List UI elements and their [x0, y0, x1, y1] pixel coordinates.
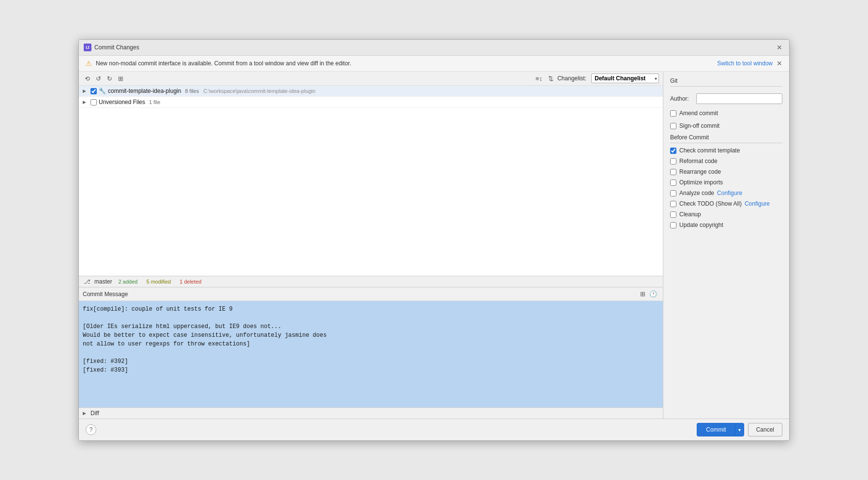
changelist-select[interactable]: Default Changelist — [591, 74, 659, 83]
check-todo-label: Check TODO (Show All) — [679, 200, 742, 207]
deleted-count: 1 deleted — [177, 278, 204, 285]
undo-button[interactable]: ↺ — [94, 74, 103, 83]
group-name-main: commit-template-idea-plugin — [108, 88, 181, 94]
cleanup-label: Cleanup — [679, 211, 701, 218]
help-button[interactable]: ? — [86, 424, 96, 435]
file-group-row-main[interactable]: ▶ 🔧 commit-template-idea-plugin 8 files … — [79, 86, 663, 96]
branch-icon: ⎇ — [84, 278, 90, 285]
reformat-code-label: Reformat code — [679, 158, 718, 165]
reformat-code-checkbox[interactable] — [670, 158, 676, 165]
commit-button-group: Commit ▾ — [697, 423, 744, 436]
notification-bar: ⚠ New non-modal commit interface is avai… — [79, 56, 789, 72]
author-label: Author: — [670, 95, 692, 102]
project-icon: 🔧 — [99, 88, 106, 94]
file-toolbar: ⟲ ↺ ↻ ⊞ ≡↕ ⇅ Changelist: Default Changel… — [79, 72, 663, 86]
move-up-button[interactable]: ⟲ — [83, 74, 92, 83]
file-list: ▶ 🔧 commit-template-idea-plugin 8 files … — [79, 86, 663, 276]
group-checkbox-unversioned[interactable] — [90, 99, 97, 105]
commit-button[interactable]: Commit — [697, 423, 734, 436]
notification-icon: ⚠ — [86, 60, 92, 67]
footer: ? Commit ▾ Cancel — [79, 419, 789, 440]
cancel-button[interactable]: Cancel — [748, 423, 782, 436]
update-copyright-checkbox[interactable] — [670, 222, 676, 228]
close-button[interactable]: ✕ — [775, 43, 784, 52]
group-meta-main: 8 files C:\workspace\java\commit-templat… — [185, 88, 315, 94]
left-panel: ⟲ ↺ ↻ ⊞ ≡↕ ⇅ Changelist: Default Changel… — [79, 72, 663, 419]
sign-off-commit-checkbox[interactable] — [670, 123, 676, 129]
diff-header: ▶ Diff — [83, 410, 659, 417]
modified-count: 5 modified — [144, 278, 173, 285]
author-row: Author: — [670, 93, 782, 104]
changelist-wrapper: Default Changelist ▾ — [591, 74, 659, 83]
refresh-button[interactable]: ↻ — [105, 74, 114, 83]
notification-close-button[interactable]: ✕ — [777, 60, 782, 67]
commit-message-label: Commit Message — [83, 291, 638, 298]
commit-dialog: IJ Commit Changes ✕ ⚠ New non-modal comm… — [78, 39, 790, 441]
file-group-unversioned: ▶ Unversioned Files 1 file — [79, 97, 663, 108]
optimize-imports-label: Optimize imports — [679, 179, 723, 186]
check-todo-row: Check TODO (Show All) Configure — [670, 200, 782, 207]
optimize-imports-row: Optimize imports — [670, 179, 782, 186]
before-commit-section: Before Commit Check commit template Refo… — [670, 134, 782, 228]
update-copyright-label: Update copyright — [679, 222, 723, 228]
rearrange-code-row: Rearrange code — [670, 168, 782, 175]
filter-button[interactable]: ⇅ — [546, 74, 555, 83]
check-todo-configure-link[interactable]: Configure — [745, 200, 770, 207]
cleanup-checkbox[interactable] — [670, 211, 676, 218]
commit-msg-history-button[interactable]: 🕐 — [647, 289, 659, 299]
rearrange-code-checkbox[interactable] — [670, 169, 676, 175]
amend-commit-row: Amend commit — [670, 110, 782, 117]
amend-commit-checkbox[interactable] — [670, 110, 676, 117]
cleanup-row: Cleanup — [670, 211, 782, 218]
optimize-imports-checkbox[interactable] — [670, 180, 676, 186]
commit-dropdown-arrow-icon: ▾ — [738, 427, 741, 433]
analyze-code-row: Analyze code Configure — [670, 190, 782, 196]
commit-msg-template-button[interactable]: ⊞ — [638, 289, 647, 299]
amend-commit-label: Amend commit — [679, 110, 718, 117]
analyze-code-label: Analyze code — [679, 190, 714, 196]
commit-message-header: Commit Message ⊞ 🕐 — [79, 287, 663, 301]
group-button[interactable]: ⊞ — [116, 74, 125, 83]
help-icon: ? — [90, 426, 93, 433]
reformat-code-row: Reformat code — [670, 158, 782, 165]
switch-to-tool-window-link[interactable]: Switch to tool window — [717, 60, 773, 67]
group-name-unversioned: Unversioned Files — [99, 99, 145, 105]
analyze-code-checkbox[interactable] — [670, 190, 676, 196]
expand-arrow-unversioned-icon: ▶ — [83, 100, 89, 105]
sign-off-commit-label: Sign-off commit — [679, 122, 719, 129]
expand-arrow-icon: ▶ — [83, 89, 89, 93]
update-copyright-row: Update copyright — [670, 222, 782, 228]
changelist-label: Changelist: — [557, 75, 586, 82]
rearrange-code-label: Rearrange code — [679, 168, 721, 175]
diff-section[interactable]: ▶ Diff — [79, 407, 663, 419]
dialog-title: Commit Changes — [94, 44, 772, 51]
group-meta-unversioned: 1 file — [149, 99, 160, 105]
check-commit-template-label: Check commit template — [679, 147, 740, 154]
author-input[interactable] — [696, 93, 782, 104]
check-commit-template-checkbox[interactable] — [670, 148, 676, 154]
title-bar: IJ Commit Changes ✕ — [79, 40, 789, 56]
group-checkbox-main[interactable] — [90, 88, 97, 94]
commit-message-section: Commit Message ⊞ 🕐 fix[compile]: couple … — [79, 287, 663, 407]
file-group-main: ▶ 🔧 commit-template-idea-plugin 8 files … — [79, 86, 663, 97]
added-count: 2 added — [116, 278, 140, 285]
main-content: ⟲ ↺ ↻ ⊞ ≡↕ ⇅ Changelist: Default Changel… — [79, 72, 789, 419]
check-commit-template-row: Check commit template — [670, 147, 782, 154]
diff-label: Diff — [90, 410, 99, 417]
sort-button[interactable]: ≡↕ — [534, 74, 544, 83]
check-todo-checkbox[interactable] — [670, 201, 676, 207]
commit-message-textarea[interactable]: fix[compile]: couple of unit tests for I… — [79, 301, 663, 407]
diff-expand-arrow-icon: ▶ — [83, 411, 89, 416]
branch-name: master — [94, 278, 112, 285]
git-section-title: Git — [670, 77, 782, 87]
before-commit-title: Before Commit — [670, 134, 782, 143]
status-bar: ⎇ master 2 added 5 modified 1 deleted — [79, 276, 663, 287]
right-panel: Git Author: Amend commit Sign-off commit… — [663, 72, 789, 419]
sign-off-commit-row: Sign-off commit — [670, 122, 782, 129]
notification-text: New non-modal commit interface is availa… — [96, 60, 713, 67]
commit-dropdown-button[interactable]: ▾ — [735, 423, 744, 436]
app-icon: IJ — [84, 44, 91, 51]
analyze-code-configure-link[interactable]: Configure — [717, 190, 742, 196]
file-group-row-unversioned[interactable]: ▶ Unversioned Files 1 file — [79, 97, 663, 107]
